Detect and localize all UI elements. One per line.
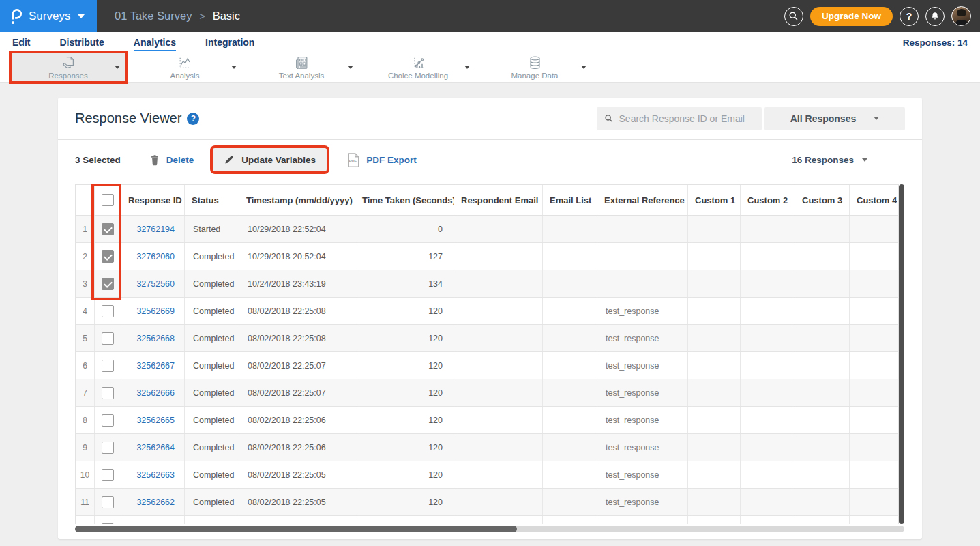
search-input[interactable] [619, 113, 754, 124]
custom4-cell [850, 461, 898, 488]
choice-modelling-dropdown-caret-icon[interactable] [464, 66, 470, 69]
column-header-response-id[interactable]: Response ID ▲▼ [121, 185, 185, 215]
column-header-external-reference[interactable]: External Reference [597, 185, 688, 215]
select-all-cell [95, 185, 121, 215]
toolbar-text-analysis[interactable]: Text Analysis [243, 53, 360, 83]
row-checkbox[interactable] [102, 305, 114, 317]
response-id-link[interactable] [121, 516, 185, 524]
response-id-link[interactable]: 32562664 [121, 434, 185, 461]
tab-distribute[interactable]: Distribute [59, 34, 104, 51]
row-checkbox[interactable] [102, 278, 114, 290]
respondent-email-cell [454, 270, 543, 297]
row-number: 10 [76, 461, 95, 488]
row-checkbox[interactable] [102, 496, 114, 508]
row-checkbox[interactable] [102, 414, 114, 427]
custom2-cell [741, 270, 795, 297]
column-header-status[interactable]: Status [185, 185, 239, 215]
custom1-cell [688, 325, 741, 351]
external-reference-cell [597, 216, 688, 242]
status-cell [185, 516, 239, 524]
toolbar-responses[interactable]: Responses [10, 53, 127, 83]
responses-dropdown-caret-icon[interactable] [115, 66, 120, 69]
time-taken-cell: 120 [355, 325, 454, 351]
custom4-cell [850, 379, 898, 406]
user-avatar[interactable] [951, 6, 971, 26]
manage-data-icon [527, 55, 543, 70]
column-header-email-list[interactable]: Email List [543, 185, 597, 215]
timestamp-cell: 08/02/2018 22:25:07 [239, 379, 355, 406]
horizontal-scrollbar-thumb[interactable] [75, 526, 517, 532]
row-checkbox[interactable] [102, 523, 114, 525]
respondent-email-cell [454, 325, 543, 351]
delete-button[interactable]: Delete [149, 154, 194, 166]
tab-integration[interactable]: Integration [205, 34, 254, 51]
toolbar-analysis[interactable]: Analysis [126, 53, 243, 83]
row-checkbox[interactable] [102, 442, 114, 454]
row-number [76, 516, 95, 524]
search-button[interactable] [784, 7, 803, 26]
table-row: 8 32562665 Completed 08/02/2018 22:25:06… [75, 407, 899, 434]
response-id-link[interactable]: 32752560 [121, 270, 185, 297]
response-id-link[interactable]: 32562662 [121, 489, 185, 515]
email-list-cell [543, 352, 597, 379]
row-number: 11 [76, 489, 95, 515]
brand-menu[interactable]: Surveys [0, 0, 97, 32]
text-analysis-dropdown-caret-icon[interactable] [348, 66, 353, 69]
responses-filter-dropdown[interactable]: All Responses [764, 107, 905, 130]
custom3-cell [795, 298, 850, 324]
column-header-custom-1[interactable]: Custom 1 [688, 185, 741, 215]
response-id-link[interactable]: 32762060 [121, 243, 185, 270]
column-header-time-taken-seconds-[interactable]: Time Taken (Seconds) ▲▼ [355, 185, 454, 215]
custom1-cell [688, 434, 741, 461]
response-id-link[interactable]: 32562663 [121, 461, 185, 488]
toolbar-manage-data[interactable]: Manage Data [476, 53, 593, 83]
custom4-cell [850, 243, 898, 270]
time-taken-cell: 120 [355, 461, 454, 488]
timestamp-cell: 08/02/2018 22:25:05 [239, 461, 355, 488]
response-id-link[interactable]: 32562667 [121, 352, 185, 379]
column-header-custom-4[interactable]: Custom 4 [850, 185, 898, 215]
response-id-link[interactable]: 32562666 [121, 379, 185, 406]
upgrade-now-button[interactable]: Upgrade Now [810, 7, 893, 26]
tab-edit[interactable]: Edit [12, 34, 30, 51]
row-checkbox[interactable] [102, 360, 114, 372]
toolbar-choice-modelling[interactable]: Choice Modelling [359, 53, 477, 83]
analysis-dropdown-caret-icon[interactable] [231, 66, 237, 69]
tab-analytics[interactable]: Analytics [134, 34, 176, 51]
pdf-export-button[interactable]: PDF PDF Export [347, 153, 417, 167]
update-variables-button[interactable]: Update Variables [213, 148, 327, 171]
time-taken-cell: 120 [355, 352, 454, 379]
breadcrumb-survey-link[interactable]: 01 Take Survey [115, 10, 192, 23]
row-checkbox[interactable] [102, 332, 114, 345]
row-checkbox[interactable] [102, 387, 114, 399]
breadcrumb-separator: > [199, 11, 205, 22]
notifications-button[interactable] [925, 7, 945, 26]
custom2-cell [741, 461, 795, 488]
response-id-link[interactable]: 32562668 [121, 325, 185, 351]
time-taken-cell: 120 [355, 434, 454, 461]
column-header-custom-2[interactable]: Custom 2 [741, 185, 795, 215]
svg-text:PDF: PDF [349, 159, 357, 163]
viewer-help-icon[interactable]: ? [187, 113, 199, 125]
response-search[interactable] [597, 107, 762, 130]
row-checkbox[interactable] [102, 223, 114, 235]
toolbar-manage-data-label: Manage Data [511, 72, 558, 80]
row-checkbox[interactable] [102, 469, 114, 481]
email-list-cell [543, 298, 597, 324]
response-id-link[interactable]: 32762194 [121, 216, 185, 242]
column-header-respondent-email[interactable]: Respondent Email [454, 185, 543, 215]
select-all-checkbox[interactable] [102, 194, 114, 206]
external-reference-cell: test_response [597, 407, 688, 433]
status-cell: Completed [185, 270, 239, 297]
help-button[interactable]: ? [900, 7, 919, 26]
timestamp-cell: 08/02/2018 22:25:08 [239, 298, 355, 324]
responses-count-dropdown[interactable]: 16 Responses [792, 155, 867, 165]
horizontal-scrollbar[interactable] [75, 526, 904, 532]
vertical-scrollbar[interactable] [899, 184, 904, 524]
manage-data-dropdown-caret-icon[interactable] [581, 66, 586, 69]
response-id-link[interactable]: 32562665 [121, 407, 185, 433]
row-checkbox[interactable] [102, 250, 114, 263]
response-id-link[interactable]: 32562669 [121, 298, 185, 324]
column-header-timestamp-mm-dd-yyyy-[interactable]: Timestamp (mm/dd/yyyy) ▲▼ [239, 185, 355, 215]
column-header-custom-3[interactable]: Custom 3 [795, 185, 850, 215]
